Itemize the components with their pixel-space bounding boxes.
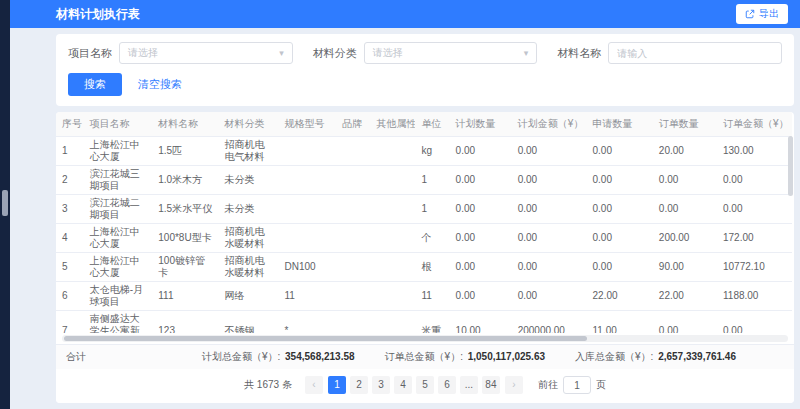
table-cell: 招商机电电气材料 [219, 137, 279, 166]
pager-next-icon[interactable]: › [505, 376, 523, 394]
material-name-input[interactable] [617, 48, 773, 59]
table-cell: 2 [56, 166, 84, 195]
filter-group-category: 材料分类 请选择 ▾ [313, 42, 538, 64]
material-name-label: 材料名称 [557, 46, 601, 61]
table-cell: 123 [152, 311, 218, 334]
pager-page[interactable]: 84 [482, 376, 500, 394]
table-cell: 20.00 [653, 137, 717, 166]
table-cell: 滨江花城二期项目 [84, 195, 152, 224]
table-row: 1上海松江中心大厦1.5匹招商机电电气材料kg0.000.000.0020.00… [56, 137, 792, 166]
table-cell: 个 [415, 224, 449, 253]
table-cell: 0.00 [450, 282, 512, 311]
table-cell: 130.00 [717, 137, 792, 166]
table-cell: 6 [56, 282, 84, 311]
pager-page[interactable]: 6 [438, 376, 456, 394]
table-cell: 111 [152, 282, 218, 311]
project-name-select[interactable]: 请选择 ▾ [119, 42, 293, 64]
table-cell: 0.00 [512, 166, 587, 195]
pager-pages: 123456...84 [328, 376, 500, 394]
table-row: 2滨江花城三期项目1.0米木方未分类10.000.000.000.000.00 [56, 166, 792, 195]
column-header: 材料名称 [152, 112, 218, 137]
table-cell [278, 224, 336, 253]
table-cell: 1 [415, 195, 449, 224]
table-cell: 0.00 [653, 166, 717, 195]
inbound-total: 入库总金额（¥）: 2,657,339,761.46 [575, 350, 736, 364]
table-cell: 1.0米木方 [152, 166, 218, 195]
table-cell [370, 311, 415, 334]
table-cell [336, 282, 370, 311]
column-header: 申请数量 [587, 112, 653, 137]
table-cell: 0.00 [717, 166, 792, 195]
table-cell: 0.00 [587, 224, 653, 253]
column-header: 其他属性 [370, 112, 415, 137]
plan-total-label: 计划总金额（¥）: [202, 351, 280, 362]
table-cell: 上海松江中心大厦 [84, 224, 152, 253]
table-cell: 10.00 [450, 311, 512, 334]
pager-page[interactable]: 4 [394, 376, 412, 394]
horizontal-scrollbar[interactable] [62, 335, 788, 342]
table-cell: 0.00 [653, 195, 717, 224]
table-cell: 200.00 [653, 224, 717, 253]
table-cell [278, 195, 336, 224]
table-body: 1上海松江中心大厦1.5匹招商机电电气材料kg0.000.000.0020.00… [56, 137, 792, 334]
pager-page[interactable]: 5 [416, 376, 434, 394]
search-button[interactable]: 搜索 [68, 73, 122, 96]
column-header: 项目名称 [84, 112, 152, 137]
chevron-down-icon: ▾ [524, 48, 529, 58]
table-cell: 上海松江中心大厦 [84, 253, 152, 282]
clear-search-button[interactable]: 清空搜索 [138, 77, 182, 92]
pager-page[interactable]: 3 [372, 376, 390, 394]
vertical-scrollbar[interactable] [788, 136, 793, 286]
table-cell [370, 282, 415, 311]
table-cell: 0.00 [587, 137, 653, 166]
table-cell: 米重 [415, 311, 449, 334]
summary-total-label: 合计 [66, 350, 86, 364]
table-cell: 0.00 [450, 195, 512, 224]
table-cell: 100*8U型卡 [152, 224, 218, 253]
table-cell: 太仓电梯-月球项目 [84, 282, 152, 311]
table-cell: 7 [56, 311, 84, 334]
table-cell: 11 [278, 282, 336, 311]
table-cell: 1 [415, 166, 449, 195]
vertical-scrollbar-thumb[interactable] [788, 136, 793, 196]
export-button[interactable]: 导出 [736, 4, 788, 24]
table-cell: 0.00 [587, 166, 653, 195]
column-header: 计划金额（¥） [512, 112, 587, 137]
collapsed-sidebar[interactable] [0, 0, 10, 409]
table-cell: 0.00 [653, 311, 717, 334]
pager-page[interactable]: 2 [350, 376, 368, 394]
pager-ellipsis: ... [460, 376, 478, 394]
material-category-select[interactable]: 请选择 ▾ [364, 42, 538, 64]
sidebar-toggle-handle[interactable] [2, 190, 8, 216]
materials-table: 序号项目名称材料名称材料分类规格型号品牌其他属性单位计划数量计划金额（¥）申请数… [56, 112, 792, 333]
goto-suffix-label: 页 [596, 378, 606, 392]
inbound-total-value: 2,657,339,761.46 [658, 351, 736, 362]
table-cell: 根 [415, 253, 449, 282]
table-cell: 1188.00 [717, 282, 792, 311]
table-cell: 0.00 [512, 137, 587, 166]
column-header: 订单金额（¥） [717, 112, 792, 137]
pager-goto: 前往 页 [538, 376, 606, 394]
pager-page[interactable]: 1 [328, 376, 346, 394]
goto-prefix-label: 前往 [538, 378, 558, 392]
table-cell: 10772.10 [717, 253, 792, 282]
material-name-field [608, 42, 782, 64]
table-row: 4上海松江中心大厦100*8U型卡招商机电水暖材料个0.000.000.0020… [56, 224, 792, 253]
export-icon [745, 9, 755, 19]
order-total-value: 1,050,117,025.63 [468, 351, 545, 362]
table-cell: 0.00 [512, 282, 587, 311]
table-cell [278, 137, 336, 166]
chevron-down-icon: ▾ [279, 48, 284, 58]
table-cell: 200000.00 [512, 311, 587, 334]
goto-page-input[interactable] [563, 376, 591, 394]
table-cell: 0.00 [450, 137, 512, 166]
horizontal-scrollbar-thumb[interactable] [64, 336, 587, 341]
pagination-total-count: 共 1673 条 [244, 378, 292, 392]
plan-total-value: 354,568,213.58 [285, 351, 355, 362]
filter-group-material: 材料名称 [557, 42, 782, 64]
table-row: 5上海松江中心大厦100镀锌管卡招商机电水暖材料DN100根0.000.000.… [56, 253, 792, 282]
table-row: 7南侧盛达大学生公寓新建123不锈钢*米重10.00200000.0011.00… [56, 311, 792, 334]
table-cell: 上海松江中心大厦 [84, 137, 152, 166]
pager-prev-icon[interactable]: ‹ [305, 376, 323, 394]
summary-row: 合计 计划总金额（¥）: 354,568,213.58 订单总金额（¥）: 1,… [56, 344, 794, 369]
